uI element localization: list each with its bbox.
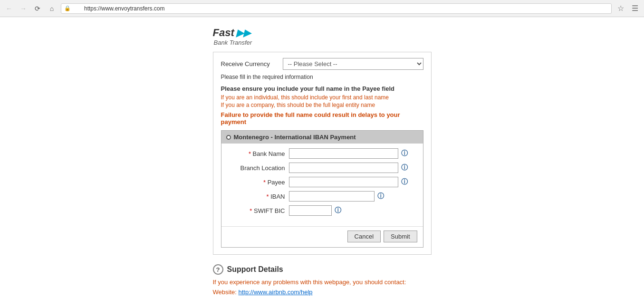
payee-info-icon[interactable]: ⓘ (401, 178, 408, 186)
required-star-payee: * (263, 179, 268, 186)
required-star: * (249, 150, 253, 157)
action-row: Cancel Submit (221, 226, 423, 247)
iban-section: Montenegro - International IBAN Payment … (221, 130, 423, 248)
currency-row: Receive Currency -- Please Select -- (221, 58, 423, 70)
branch-location-label: Branch Location (227, 164, 289, 172)
warning-section: Please ensure you include your full name… (221, 85, 423, 125)
swift-bic-label: * SWIFT BIC (227, 207, 289, 214)
support-title: Support Details (227, 265, 283, 274)
payee-input[interactable] (289, 177, 398, 187)
iban-label: * IBAN (227, 193, 289, 200)
currency-select[interactable]: -- Please Select -- (283, 58, 423, 70)
header-dot-icon (226, 135, 231, 140)
iban-body: * Bank Name ⓘ Branch Location ⓘ * Payee (221, 144, 423, 224)
submit-button[interactable]: Submit (384, 231, 417, 242)
browser-toolbar: ← → ⟳ ⌂ 🔒 https://www.envoytransfers.com… (0, 0, 644, 17)
menu-button[interactable]: ☰ (630, 3, 640, 14)
support-line1: If you experience any problems with this… (213, 279, 406, 286)
main-form-box: Receive Currency -- Please Select -- Ple… (213, 52, 432, 255)
cancel-button[interactable]: Cancel (347, 231, 381, 242)
question-circle-icon: ? (213, 264, 223, 275)
iban-row: * IBAN ⓘ (227, 191, 417, 202)
warning-bold-text: Please ensure you include your full name… (221, 85, 423, 92)
warning-company-text: If you are a company, this should be the… (221, 102, 423, 108)
bank-name-input[interactable] (289, 148, 398, 159)
address-bar-wrapper: 🔒 https://www.envoytransfers.com (61, 3, 612, 14)
iban-header-text: Montenegro - International IBAN Payment (234, 134, 356, 141)
address-bar[interactable]: 🔒 https://www.envoytransfers.com (61, 3, 612, 14)
bookmark-button[interactable]: ☆ (615, 3, 626, 14)
page-content: Fast ▶▶ Bank Transfer Receive Currency -… (0, 17, 644, 298)
swift-bic-input[interactable] (289, 205, 332, 216)
iban-info-icon[interactable]: ⓘ (377, 192, 384, 201)
url-text: https://www.envoytransfers.com (75, 5, 164, 12)
branch-location-info-icon[interactable]: ⓘ (401, 163, 408, 172)
warning-failure-text: Failure to provide the full name could r… (221, 111, 423, 125)
swift-bic-info-icon[interactable]: ⓘ (335, 206, 341, 215)
swift-bic-row: * SWIFT BIC ⓘ (227, 205, 417, 216)
currency-label: Receive Currency (221, 60, 283, 67)
back-button[interactable]: ← (4, 3, 14, 14)
support-link[interactable]: http://www.airbnb.com/help (238, 288, 312, 296)
iban-input[interactable] (289, 191, 375, 202)
home-button[interactable]: ⌂ (47, 3, 57, 14)
branch-location-input[interactable] (289, 163, 398, 173)
support-section: ? Support Details If you experience any … (213, 264, 432, 298)
bank-name-info-icon[interactable]: ⓘ (401, 149, 408, 158)
lock-icon: 🔒 (64, 5, 71, 11)
required-star-iban: * (266, 193, 270, 200)
bank-name-row: * Bank Name ⓘ (227, 148, 417, 159)
support-line2: Website: http://www.airbnb.com/help (213, 288, 313, 296)
logo: Fast ▶▶ (213, 27, 432, 39)
payee-row: * Payee ⓘ (227, 177, 417, 187)
warning-individual-text: If you are an individual, this should in… (221, 94, 423, 101)
iban-header: Montenegro - International IBAN Payment (221, 131, 423, 144)
logo-subtitle: Bank Transfer (214, 39, 432, 46)
logo-area: Fast ▶▶ Bank Transfer (213, 27, 432, 46)
required-star-swift: * (250, 207, 254, 214)
reload-button[interactable]: ⟳ (32, 3, 43, 14)
branch-location-row: Branch Location ⓘ (227, 163, 417, 173)
support-text: If you experience any problems with this… (213, 278, 432, 298)
logo-fast-text: Fast (213, 27, 234, 39)
support-header: ? Support Details (213, 264, 432, 275)
bank-name-label: * Bank Name (227, 150, 289, 157)
fill-info-text: Please fill in the required information (221, 74, 423, 80)
logo-arrow-icon: ▶▶ (236, 27, 250, 38)
forward-button[interactable]: → (18, 3, 29, 14)
payee-label: * Payee (227, 179, 289, 186)
